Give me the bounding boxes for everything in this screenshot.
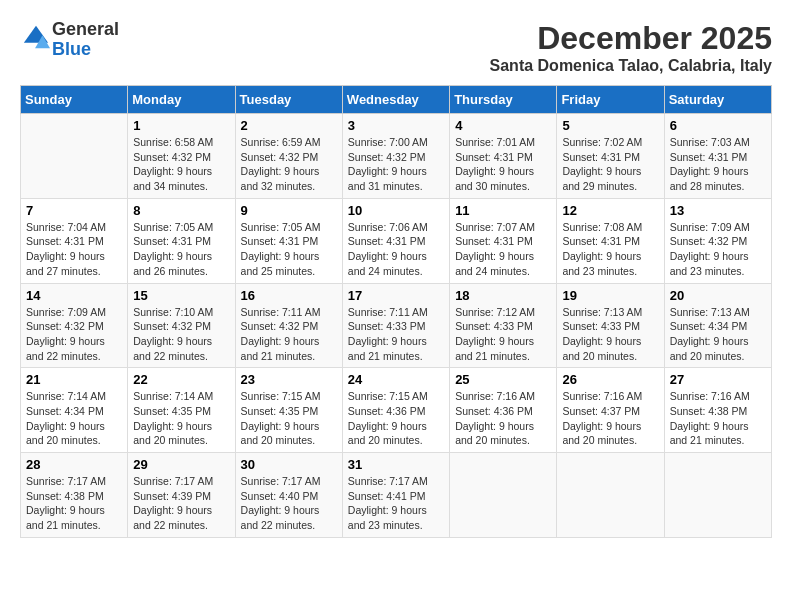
daylight-text: Daylight: 9 hours and 21 minutes. [670, 419, 766, 448]
sunrise-text: Sunrise: 7:13 AM [670, 305, 766, 320]
calendar-cell: 11Sunrise: 7:07 AMSunset: 4:31 PMDayligh… [450, 198, 557, 283]
day-number: 17 [348, 288, 444, 303]
calendar-cell: 20Sunrise: 7:13 AMSunset: 4:34 PMDayligh… [664, 283, 771, 368]
sunset-text: Sunset: 4:36 PM [455, 404, 551, 419]
day-info: Sunrise: 7:16 AMSunset: 4:36 PMDaylight:… [455, 389, 551, 448]
calendar-week-row: 1Sunrise: 6:58 AMSunset: 4:32 PMDaylight… [21, 114, 772, 199]
day-info: Sunrise: 7:16 AMSunset: 4:37 PMDaylight:… [562, 389, 658, 448]
calendar-cell: 23Sunrise: 7:15 AMSunset: 4:35 PMDayligh… [235, 368, 342, 453]
sunset-text: Sunset: 4:35 PM [241, 404, 337, 419]
title-block: December 2025 Santa Domenica Talao, Cala… [490, 20, 772, 75]
daylight-text: Daylight: 9 hours and 21 minutes. [26, 503, 122, 532]
day-number: 14 [26, 288, 122, 303]
calendar-cell: 25Sunrise: 7:16 AMSunset: 4:36 PMDayligh… [450, 368, 557, 453]
day-number: 11 [455, 203, 551, 218]
calendar-title: December 2025 [490, 20, 772, 57]
sunset-text: Sunset: 4:41 PM [348, 489, 444, 504]
calendar-cell [557, 453, 664, 538]
day-number: 8 [133, 203, 229, 218]
day-info: Sunrise: 7:01 AMSunset: 4:31 PMDaylight:… [455, 135, 551, 194]
sunrise-text: Sunrise: 7:15 AM [348, 389, 444, 404]
calendar-cell: 21Sunrise: 7:14 AMSunset: 4:34 PMDayligh… [21, 368, 128, 453]
sunset-text: Sunset: 4:37 PM [562, 404, 658, 419]
day-info: Sunrise: 7:05 AMSunset: 4:31 PMDaylight:… [241, 220, 337, 279]
calendar-cell: 16Sunrise: 7:11 AMSunset: 4:32 PMDayligh… [235, 283, 342, 368]
daylight-text: Daylight: 9 hours and 24 minutes. [455, 249, 551, 278]
sunset-text: Sunset: 4:31 PM [133, 234, 229, 249]
calendar-cell [21, 114, 128, 199]
daylight-text: Daylight: 9 hours and 20 minutes. [670, 334, 766, 363]
logo-blue-text: Blue [52, 39, 91, 59]
sunrise-text: Sunrise: 7:01 AM [455, 135, 551, 150]
day-info: Sunrise: 7:02 AMSunset: 4:31 PMDaylight:… [562, 135, 658, 194]
day-number: 19 [562, 288, 658, 303]
day-number: 3 [348, 118, 444, 133]
sunrise-text: Sunrise: 7:04 AM [26, 220, 122, 235]
day-number: 26 [562, 372, 658, 387]
daylight-text: Daylight: 9 hours and 32 minutes. [241, 164, 337, 193]
sunrise-text: Sunrise: 7:17 AM [348, 474, 444, 489]
sunrise-text: Sunrise: 7:15 AM [241, 389, 337, 404]
calendar-header-row: SundayMondayTuesdayWednesdayThursdayFrid… [21, 86, 772, 114]
calendar-cell: 10Sunrise: 7:06 AMSunset: 4:31 PMDayligh… [342, 198, 449, 283]
sunrise-text: Sunrise: 7:08 AM [562, 220, 658, 235]
sunset-text: Sunset: 4:32 PM [133, 319, 229, 334]
calendar-cell: 9Sunrise: 7:05 AMSunset: 4:31 PMDaylight… [235, 198, 342, 283]
calendar-cell: 31Sunrise: 7:17 AMSunset: 4:41 PMDayligh… [342, 453, 449, 538]
day-number: 28 [26, 457, 122, 472]
sunset-text: Sunset: 4:33 PM [562, 319, 658, 334]
sunrise-text: Sunrise: 7:16 AM [455, 389, 551, 404]
calendar-cell: 2Sunrise: 6:59 AMSunset: 4:32 PMDaylight… [235, 114, 342, 199]
sunset-text: Sunset: 4:32 PM [241, 150, 337, 165]
sunset-text: Sunset: 4:31 PM [562, 150, 658, 165]
sunset-text: Sunset: 4:33 PM [348, 319, 444, 334]
daylight-text: Daylight: 9 hours and 27 minutes. [26, 249, 122, 278]
calendar-cell: 12Sunrise: 7:08 AMSunset: 4:31 PMDayligh… [557, 198, 664, 283]
day-header-saturday: Saturday [664, 86, 771, 114]
sunset-text: Sunset: 4:32 PM [26, 319, 122, 334]
day-number: 21 [26, 372, 122, 387]
sunrise-text: Sunrise: 7:17 AM [26, 474, 122, 489]
day-number: 15 [133, 288, 229, 303]
daylight-text: Daylight: 9 hours and 21 minutes. [241, 334, 337, 363]
sunset-text: Sunset: 4:39 PM [133, 489, 229, 504]
day-number: 1 [133, 118, 229, 133]
sunrise-text: Sunrise: 6:59 AM [241, 135, 337, 150]
calendar-week-row: 14Sunrise: 7:09 AMSunset: 4:32 PMDayligh… [21, 283, 772, 368]
day-header-tuesday: Tuesday [235, 86, 342, 114]
page-header: General Blue December 2025 Santa Domenic… [20, 20, 772, 75]
day-number: 13 [670, 203, 766, 218]
daylight-text: Daylight: 9 hours and 29 minutes. [562, 164, 658, 193]
daylight-text: Daylight: 9 hours and 22 minutes. [133, 503, 229, 532]
calendar-cell: 29Sunrise: 7:17 AMSunset: 4:39 PMDayligh… [128, 453, 235, 538]
day-info: Sunrise: 7:15 AMSunset: 4:36 PMDaylight:… [348, 389, 444, 448]
sunset-text: Sunset: 4:35 PM [133, 404, 229, 419]
calendar-week-row: 28Sunrise: 7:17 AMSunset: 4:38 PMDayligh… [21, 453, 772, 538]
day-info: Sunrise: 7:17 AMSunset: 4:41 PMDaylight:… [348, 474, 444, 533]
sunrise-text: Sunrise: 7:16 AM [562, 389, 658, 404]
sunrise-text: Sunrise: 7:14 AM [133, 389, 229, 404]
daylight-text: Daylight: 9 hours and 20 minutes. [562, 334, 658, 363]
daylight-text: Daylight: 9 hours and 34 minutes. [133, 164, 229, 193]
daylight-text: Daylight: 9 hours and 25 minutes. [241, 249, 337, 278]
day-info: Sunrise: 7:08 AMSunset: 4:31 PMDaylight:… [562, 220, 658, 279]
day-info: Sunrise: 7:14 AMSunset: 4:34 PMDaylight:… [26, 389, 122, 448]
sunset-text: Sunset: 4:34 PM [26, 404, 122, 419]
sunrise-text: Sunrise: 7:10 AM [133, 305, 229, 320]
logo: General Blue [20, 20, 119, 60]
day-info: Sunrise: 6:59 AMSunset: 4:32 PMDaylight:… [241, 135, 337, 194]
daylight-text: Daylight: 9 hours and 20 minutes. [348, 419, 444, 448]
day-info: Sunrise: 7:17 AMSunset: 4:38 PMDaylight:… [26, 474, 122, 533]
sunrise-text: Sunrise: 7:09 AM [26, 305, 122, 320]
calendar-cell: 4Sunrise: 7:01 AMSunset: 4:31 PMDaylight… [450, 114, 557, 199]
logo-icon [22, 24, 50, 52]
calendar-cell: 22Sunrise: 7:14 AMSunset: 4:35 PMDayligh… [128, 368, 235, 453]
daylight-text: Daylight: 9 hours and 20 minutes. [26, 419, 122, 448]
day-info: Sunrise: 7:16 AMSunset: 4:38 PMDaylight:… [670, 389, 766, 448]
sunset-text: Sunset: 4:31 PM [26, 234, 122, 249]
sunset-text: Sunset: 4:34 PM [670, 319, 766, 334]
calendar-cell: 17Sunrise: 7:11 AMSunset: 4:33 PMDayligh… [342, 283, 449, 368]
sunrise-text: Sunrise: 7:11 AM [241, 305, 337, 320]
day-header-thursday: Thursday [450, 86, 557, 114]
sunset-text: Sunset: 4:33 PM [455, 319, 551, 334]
